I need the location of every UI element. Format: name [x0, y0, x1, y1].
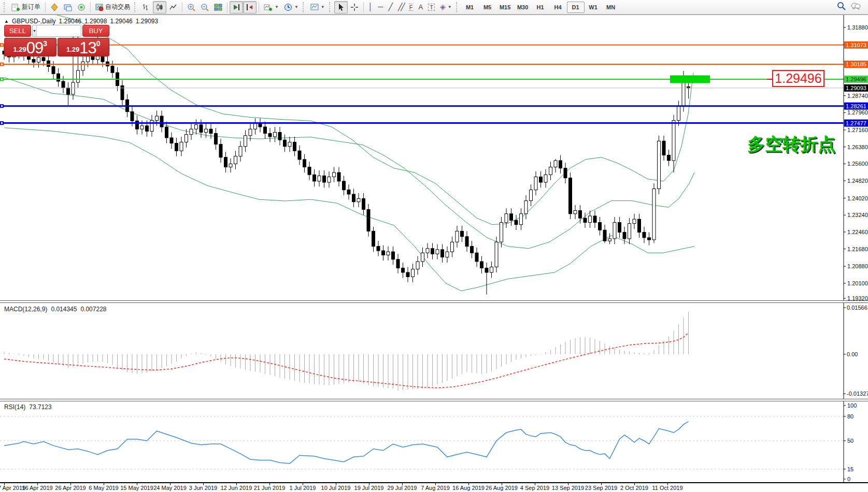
toolbar-grip[interactable]	[134, 2, 138, 12]
rsi-axis-label: 0	[847, 476, 850, 482]
sell-button[interactable]: SELL	[4, 25, 31, 37]
toolbar-grip[interactable]	[303, 2, 306, 12]
buy-button[interactable]: BUY	[82, 25, 109, 37]
candle-body	[603, 230, 606, 241]
dropdown-arrow-icon[interactable]: ▼	[275, 5, 279, 9]
bar-chart-icon	[142, 3, 150, 11]
timeframe-h4-button[interactable]: H4	[549, 2, 567, 13]
time-axis[interactable]: 7 Apr 201916 Apr 201926 Apr 20196 May 20…	[0, 483, 868, 492]
timeframe-m5-button[interactable]: M5	[479, 2, 496, 13]
text-tool[interactable]: A	[416, 1, 425, 13]
signals-button[interactable]	[75, 1, 88, 13]
pane-splitter-2[interactable]	[0, 399, 868, 401]
candle-body	[77, 70, 80, 82]
signals-icon	[77, 3, 86, 11]
candle-body	[81, 62, 84, 70]
dropdown-arrow-icon[interactable]: ▼	[448, 5, 452, 9]
candle-body	[209, 129, 212, 133]
vertical-line-tool[interactable]: │	[366, 1, 376, 13]
market-watch-button[interactable]	[48, 1, 61, 13]
macd-plot-background[interactable]	[0, 303, 868, 399]
equidistant-channel-tool[interactable]: ╱╱	[395, 1, 406, 13]
candle-body	[347, 190, 350, 194]
crosshair-tool-button[interactable]	[348, 1, 361, 13]
price-axis-label: 1.27960	[847, 109, 868, 115]
pane-splitter[interactable]	[0, 300, 868, 303]
timeframe-m15-button[interactable]: M15	[496, 2, 514, 13]
buy-price-quote[interactable]: 1.29 13 0	[58, 38, 110, 56]
highlight-rectangle[interactable]	[670, 75, 710, 83]
timeframe-w1-button[interactable]: W1	[585, 2, 602, 13]
zoom-out-button[interactable]	[198, 1, 211, 13]
bar-chart-button[interactable]	[139, 1, 153, 13]
timeframe-m1-button[interactable]: M1	[461, 2, 479, 13]
time-axis-label: 21 Jun 2019	[254, 485, 286, 491]
time-axis-label: 16 Aug 2019	[452, 485, 485, 491]
line-chart-button[interactable]	[166, 1, 180, 13]
candle-body	[465, 237, 468, 247]
dropdown-arrow-icon[interactable]: ▼	[294, 5, 298, 9]
candle-body	[677, 106, 680, 120]
toolbar-separator	[227, 2, 227, 12]
cursor-icon	[337, 3, 345, 11]
indicators-button[interactable]: ▼	[261, 1, 281, 13]
time-axis-label: 19 Jul 2019	[354, 485, 384, 491]
time-axis-label: 6 May 2019	[89, 485, 118, 491]
sell-price-quote[interactable]: 1.29 09 3	[4, 38, 56, 56]
candle-body	[175, 143, 178, 151]
volume-input[interactable]	[37, 25, 81, 36]
chart-shift-button[interactable]	[243, 1, 257, 13]
rsi-plot-background[interactable]	[0, 401, 868, 483]
candlestick-chart-button[interactable]	[153, 1, 166, 13]
macd-label: MACD(12,26,9)0.0143450.007228	[4, 306, 107, 313]
tile-windows-button[interactable]	[211, 1, 225, 13]
community-chat-icon[interactable]	[851, 2, 861, 12]
rsi-pane[interactable]: 1008050150	[0, 401, 868, 483]
candle-body	[416, 262, 419, 269]
timeframe-d1-button[interactable]: D1	[567, 2, 585, 13]
candle-body	[288, 142, 291, 146]
candle-body	[224, 157, 227, 167]
fibonacci-tool[interactable]: F	[406, 1, 416, 13]
templates-button[interactable]: ▼	[308, 1, 328, 13]
candle-body	[461, 231, 464, 237]
macd-pane[interactable]: 0.0156610.00-0.013276	[0, 303, 868, 399]
chart-annotation-text[interactable]: 多空转折点	[747, 134, 835, 154]
time-axis-label: 26 Aug 2019	[486, 485, 518, 491]
timeframe-mn-button[interactable]: MN	[602, 2, 620, 13]
candle-body	[554, 161, 557, 167]
volume-decrease-button[interactable]: ▼	[33, 25, 37, 36]
candle-body	[72, 82, 75, 94]
auto-scroll-button[interactable]	[230, 1, 243, 13]
trendline-tool[interactable]: ╱	[386, 1, 395, 13]
auto-trading-button[interactable]: 自动交易	[93, 1, 133, 13]
sell-price-sup: 3	[43, 39, 47, 48]
horizontal-line-tool[interactable]: ─	[376, 1, 386, 13]
toolbar-grip[interactable]	[329, 2, 333, 12]
candle-body	[539, 177, 543, 183]
new-order-button[interactable]: 新订单	[9, 1, 43, 13]
timeframe-m30-button[interactable]: M30	[514, 2, 532, 13]
toolbar-separator	[90, 2, 91, 12]
price-plot-background[interactable]	[0, 15, 868, 300]
price-tag-label: 1.29093	[846, 85, 866, 91]
vline-icon: │	[368, 3, 373, 11]
text-label-tool[interactable]: T	[425, 1, 437, 13]
timeframe-h1-button[interactable]: H1	[532, 2, 549, 13]
candle-body	[643, 232, 646, 238]
collapse-marker-icon[interactable]: ▲	[4, 19, 9, 24]
zoom-in-button[interactable]	[184, 1, 198, 13]
zoom-out-icon	[201, 3, 209, 11]
cursor-tool-button[interactable]	[334, 1, 348, 13]
dropdown-arrow-icon[interactable]: ▼	[321, 5, 325, 9]
search-icon[interactable]	[837, 2, 846, 12]
candle-body	[633, 219, 636, 223]
indicators-icon	[264, 3, 273, 11]
periods-button[interactable]: ▼	[281, 1, 301, 13]
toolbar-grip[interactable]	[4, 2, 7, 12]
price-chart-pane[interactable]: 1.29496多空转折点多空转折点1.318801.287401.279601.…	[0, 15, 868, 300]
candle-body	[190, 129, 193, 135]
data-window-button[interactable]	[61, 1, 75, 13]
arrows-tool[interactable]: ◈▼	[437, 1, 454, 13]
candle-body	[57, 74, 60, 81]
